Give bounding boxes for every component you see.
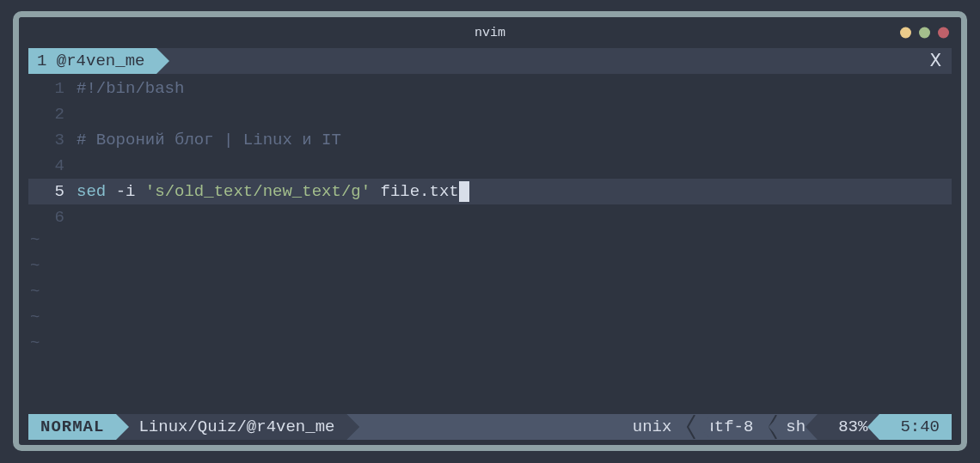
code-line[interactable]: 6 <box>28 204 952 230</box>
code-line[interactable]: 3# Вороний блог | Linux и IT <box>28 127 952 153</box>
code-line[interactable]: 2 <box>28 101 952 127</box>
maximize-icon[interactable] <box>919 27 930 39</box>
code-content: #!/bin/bash <box>77 79 184 98</box>
line-number: 4 <box>28 156 77 175</box>
tab-sep <box>46 52 56 70</box>
tab-number: 1 <box>37 52 46 70</box>
terminal-window: nvim 1 @r4ven_me X 1#!/bin/bash23# Ворон… <box>13 11 967 451</box>
tab-close-button[interactable]: X <box>920 48 952 74</box>
window-controls <box>900 27 949 39</box>
window-title: nvim <box>475 26 505 40</box>
code-line[interactable]: 1#!/bin/bash <box>28 76 952 101</box>
tabline: 1 @r4ven_me X <box>28 48 952 74</box>
separator-icon <box>683 414 699 440</box>
cursor-position: 5:40 <box>879 414 952 440</box>
mode-indicator: NORMAL <box>28 414 116 440</box>
empty-line-tilde: ~ <box>28 256 952 282</box>
line-number: 6 <box>28 208 77 227</box>
buffer-tab[interactable]: 1 @r4ven_me <box>28 48 156 74</box>
minimize-icon[interactable] <box>900 27 911 39</box>
code-line[interactable]: 4 <box>28 153 952 179</box>
cursor <box>459 181 469 202</box>
titlebar: nvim <box>19 17 961 48</box>
editor-area[interactable]: 1#!/bin/bash23# Вороний блог | Linux и I… <box>19 74 961 414</box>
line-number: 1 <box>28 79 77 98</box>
encoding: utf-8 <box>699 414 765 440</box>
empty-line-tilde: ~ <box>28 282 952 308</box>
line-number: 3 <box>28 131 77 149</box>
statusline: NORMAL Linux/Quiz/@r4ven_me unix utf-8 s… <box>28 414 952 440</box>
empty-line-tilde: ~ <box>28 308 952 333</box>
code-content: # Вороний блог | Linux и IT <box>77 131 341 149</box>
tab-label: @r4ven_me <box>57 52 145 70</box>
empty-line-tilde: ~ <box>28 333 952 359</box>
file-path: Linux/Quiz/@r4ven_me <box>116 414 346 440</box>
empty-line-tilde: ~ <box>28 230 952 256</box>
close-icon[interactable] <box>938 27 949 39</box>
code-line[interactable]: 5sed -i 's/old_text/new_text/g' file.txt <box>28 179 952 204</box>
line-number: 5 <box>28 182 77 201</box>
line-number: 2 <box>28 105 77 124</box>
file-format: unix <box>610 414 684 440</box>
code-content: sed -i 's/old_text/new_text/g' file.txt <box>77 181 469 202</box>
statusline-spacer <box>346 414 609 440</box>
